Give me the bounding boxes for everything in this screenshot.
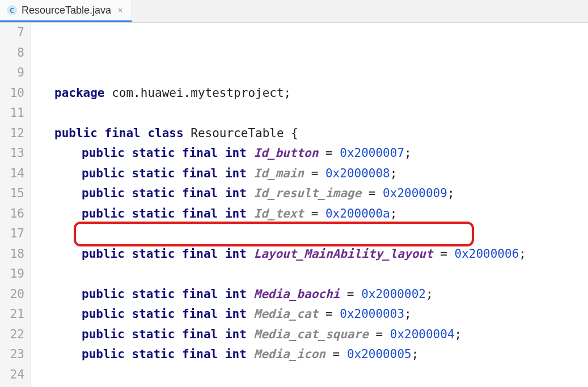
keyword-public: public (82, 186, 125, 200)
class-name: ResourceTable (191, 126, 284, 140)
semicolon: ; (390, 207, 397, 220)
keyword-public: public (82, 307, 125, 321)
field-declaration: public static final int Media_cat_square… (31, 325, 588, 345)
field-name: Media_baochi (254, 287, 340, 301)
field-name: Media_cat (254, 307, 319, 321)
hex-literal: 0x2000007 (340, 146, 404, 160)
field-declaration: public static final int Layout_MainAbili… (31, 244, 588, 265)
keyword-class: class (147, 126, 183, 140)
keyword-public: public (82, 347, 125, 361)
blank-line (31, 103, 588, 124)
semicolon: ; (519, 247, 526, 261)
equals-op: = (318, 307, 340, 321)
line-number: 24 (0, 365, 24, 385)
equals-op: = (318, 146, 340, 160)
open-brace: { (291, 126, 298, 140)
line-number: 23 (0, 345, 24, 365)
line-number: 16 (0, 204, 24, 224)
tab-filename: ResourceTable.java (22, 5, 111, 16)
field-declaration: public static final int Id_result_image … (31, 184, 588, 204)
keyword-int: int (225, 287, 247, 301)
keyword-public: public (82, 207, 125, 220)
keyword-static: static (132, 167, 175, 180)
hex-literal: 0x2000006 (455, 247, 519, 261)
keyword-public: public (54, 126, 98, 140)
semicolon: ; (447, 186, 455, 200)
field-declaration: public static final int Id_text = 0x2000… (31, 204, 588, 224)
keyword-final: final (182, 287, 218, 301)
keyword-int: int (225, 207, 247, 220)
field-declaration: public static final int Id_main = 0x2000… (31, 164, 588, 184)
field-name: Layout_MainAbility_layout (254, 247, 433, 261)
line-number: 19 (0, 264, 24, 284)
keyword-static: static (132, 307, 175, 321)
keyword-int: int (225, 146, 247, 160)
keyword-public: public (82, 287, 125, 301)
class-declaration: public final class ResourceTable { (31, 124, 588, 144)
hex-literal: 0x200000a (325, 207, 390, 220)
keyword-static: static (132, 328, 175, 341)
line-number: 14 (0, 164, 24, 184)
field-name: Id_text (254, 207, 304, 220)
field-name: Id_result_image (254, 186, 362, 200)
keyword-final: final (182, 347, 218, 361)
keyword-int: int (225, 247, 247, 261)
keyword-int: int (225, 328, 247, 341)
equals-op: = (433, 247, 455, 261)
blank-line (31, 365, 588, 385)
field-name: Id_button (254, 146, 319, 160)
code-editor[interactable]: 789101112131415161718192021222324 packag… (0, 23, 588, 387)
semicolon: ; (404, 146, 412, 160)
keyword-final: final (182, 207, 218, 220)
semicolon: ; (455, 328, 462, 341)
line-number: 9 (0, 63, 24, 83)
keyword-int: int (225, 347, 247, 361)
keyword-static: static (132, 287, 175, 301)
keyword-int: int (225, 307, 247, 321)
keyword-final: final (182, 167, 218, 180)
equals-op: = (325, 347, 347, 361)
line-number: 15 (0, 184, 24, 204)
keyword-final: final (182, 247, 218, 261)
keyword-final: final (182, 328, 218, 341)
code-area[interactable]: package com.huawei.mytestproject;public … (31, 23, 588, 387)
keyword-final: final (182, 146, 218, 160)
equals-op: = (304, 207, 325, 220)
line-number: 17 (0, 224, 24, 244)
blank-line (31, 264, 588, 284)
line-number-gutter: 789101112131415161718192021222324 (0, 23, 31, 387)
field-declaration: public static final int Id_button = 0x20… (31, 143, 588, 164)
line-number: 18 (0, 244, 24, 265)
line-number: 20 (0, 284, 24, 305)
field-name: Media_icon (254, 347, 325, 361)
keyword-static: static (132, 347, 175, 361)
keyword-public: public (82, 167, 125, 180)
hex-literal: 0x2000008 (325, 167, 390, 180)
line-number: 7 (0, 23, 24, 43)
semicolon: ; (412, 347, 419, 361)
line-number: 8 (0, 43, 24, 63)
equals-op: = (304, 167, 325, 180)
tab-resource-table[interactable]: C ResourceTable.java × (0, 0, 132, 22)
hex-literal: 0x2000003 (340, 307, 404, 321)
semicolon: ; (426, 287, 433, 301)
line-number: 12 (0, 124, 24, 144)
semicolon: ; (284, 86, 291, 100)
hex-literal: 0x2000005 (347, 347, 412, 361)
line-number: 10 (0, 83, 24, 104)
semicolon: ; (404, 307, 412, 321)
field-declaration: public static final int Media_cat = 0x20… (31, 304, 588, 325)
keyword-final: final (105, 126, 141, 140)
line-number: 22 (0, 325, 24, 345)
blank-line (31, 224, 588, 244)
package-name: com.huawei.mytestproject (112, 86, 284, 100)
hex-literal: 0x2000009 (383, 186, 447, 200)
equals-op: = (340, 287, 361, 301)
line-number: 13 (0, 143, 24, 164)
keyword-final: final (182, 186, 218, 200)
keyword-static: static (132, 247, 175, 261)
close-icon[interactable]: × (116, 5, 125, 16)
keyword-public: public (82, 146, 125, 160)
keyword-public: public (82, 247, 125, 261)
field-name: Id_main (254, 167, 304, 180)
